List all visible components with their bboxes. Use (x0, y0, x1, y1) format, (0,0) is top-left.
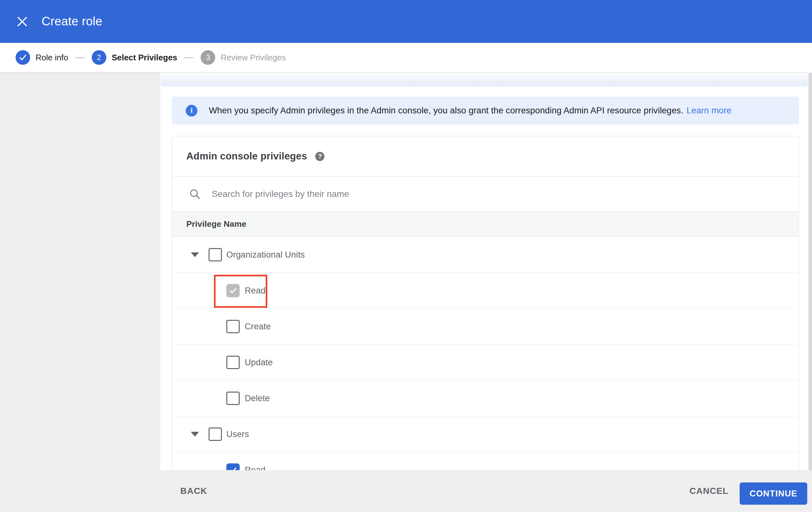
privilege-label: Delete (245, 394, 270, 403)
card-header: Admin console privileges ? (172, 136, 799, 177)
left-sidebar (0, 73, 160, 470)
info-banner-text: When you specify Admin privileges in the… (209, 105, 731, 116)
privilege-row: Users (172, 416, 799, 452)
privilege-checkbox[interactable] (226, 284, 240, 297)
privilege-row: Organizational Units (172, 237, 799, 273)
step-number: 2 (92, 50, 106, 65)
privilege-checkbox[interactable] (208, 248, 222, 261)
info-banner-message: When you specify Admin privileges in the… (209, 105, 684, 115)
help-icon[interactable]: ? (315, 152, 324, 161)
step-review-privileges[interactable]: 3 Review Privileges (201, 50, 286, 65)
dialog-header: Create role (0, 0, 812, 43)
privilege-label: Organizational Units (226, 250, 305, 260)
privilege-rows: Organizational UnitsReadCreateUpdateDele… (172, 237, 799, 470)
step-select-privileges[interactable]: 2 Select Privileges (92, 50, 177, 65)
privilege-label: Create (245, 322, 271, 331)
card-title: Admin console privileges (186, 151, 307, 162)
expander-arrow-icon[interactable] (191, 252, 199, 257)
info-icon: i (186, 105, 198, 116)
step-label: Role info (35, 53, 68, 62)
step-label: Review Privileges (221, 53, 286, 62)
close-icon-glyph (17, 16, 28, 27)
privilege-checkbox[interactable] (226, 356, 240, 369)
admin-privileges-card: Admin console privileges ? Privilege Nam… (172, 136, 799, 470)
vertical-scrollbar[interactable] (809, 73, 812, 470)
privilege-row: Read (172, 452, 799, 470)
privilege-checkbox[interactable] (226, 320, 240, 333)
privilege-checkbox[interactable] (226, 392, 240, 405)
privilege-row: Create (172, 309, 799, 345)
back-button[interactable]: BACK (180, 470, 207, 512)
continue-button[interactable]: CONTINUE (740, 482, 807, 505)
privilege-label: Read (245, 465, 265, 470)
scrolled-banner-fragment (161, 73, 808, 86)
table-header-label: Privilege Name (186, 219, 246, 229)
cancel-button[interactable]: CANCEL (690, 470, 728, 512)
expander-arrow-icon[interactable] (191, 432, 199, 437)
step-role-info[interactable]: Role info (16, 50, 68, 65)
create-role-dialog: Create role Role info 2 Select Privilege… (0, 0, 812, 512)
footer-bar: BACK CANCEL CONTINUE (0, 470, 812, 512)
privilege-label: Update (245, 358, 273, 368)
privilege-label: Read (245, 286, 265, 296)
privilege-row: Delete (172, 380, 799, 416)
privilege-row: Update (172, 345, 799, 380)
step-number: 3 (201, 50, 215, 65)
dialog-title: Create role (41, 0, 102, 43)
info-banner: i When you specify Admin privileges in t… (172, 97, 799, 125)
privilege-search-input[interactable] (211, 189, 752, 199)
step-separator (184, 57, 194, 58)
content-area: i When you specify Admin privileges in t… (160, 73, 812, 470)
close-icon[interactable] (15, 0, 29, 43)
step-separator (75, 57, 85, 58)
search-icon (189, 188, 201, 200)
privilege-row: Read (172, 273, 799, 309)
learn-more-link[interactable]: Learn more (687, 105, 732, 115)
privilege-checkbox[interactable] (226, 463, 240, 470)
privilege-label: Users (226, 429, 249, 439)
privilege-checkbox[interactable] (208, 428, 222, 441)
stepper: Role info 2 Select Privileges 3 Review P… (0, 43, 812, 73)
table-header-row: Privilege Name (172, 212, 799, 237)
step-label: Select Privileges (112, 53, 177, 62)
privilege-search-row (172, 177, 799, 212)
check-icon (16, 50, 30, 65)
